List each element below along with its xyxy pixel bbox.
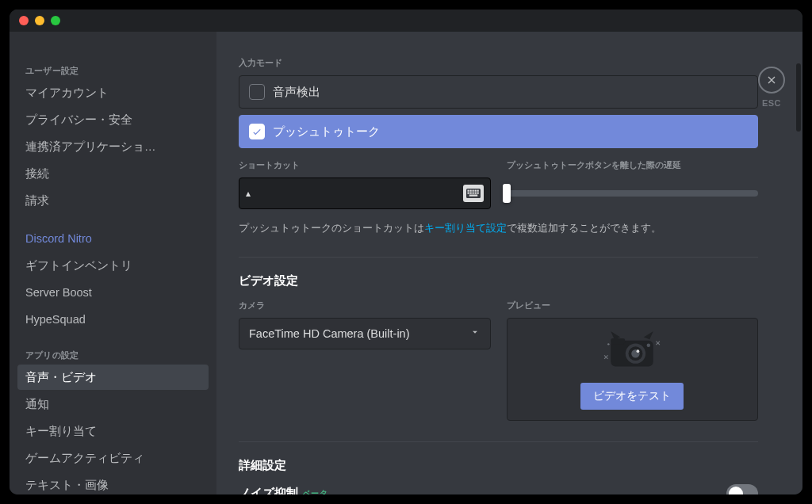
divider xyxy=(239,441,758,442)
svg-point-18 xyxy=(647,343,650,346)
keybind-settings-link[interactable]: キー割り当て設定 xyxy=(424,222,507,234)
radio-label: 音声検出 xyxy=(273,85,320,100)
test-video-button[interactable]: ビデオをテスト xyxy=(580,383,684,410)
beta-badge: ベータ xyxy=(303,488,327,495)
svg-rect-9 xyxy=(474,193,476,194)
close-button[interactable] xyxy=(758,67,785,94)
sidebar-item[interactable]: ギフトインベントリ xyxy=(17,253,209,278)
svg-rect-3 xyxy=(472,190,473,192)
scrollbar-thumb[interactable] xyxy=(796,63,801,132)
sidebar-item[interactable]: テキスト・画像 xyxy=(17,472,209,494)
sidebar-item[interactable]: HypeSquad xyxy=(17,307,209,332)
camera-selected-value: FaceTime HD Camera (Built-in) xyxy=(249,327,410,340)
slider-track xyxy=(507,190,759,197)
ptt-delay-heading: プッシュトゥトークボタンを離した際の遅延 xyxy=(507,159,759,171)
sidebar-item[interactable]: マイアカウント xyxy=(17,80,209,105)
window-zoom-dot[interactable] xyxy=(51,16,60,25)
toggle-knob xyxy=(729,487,743,495)
sidebar-item[interactable]: 請求 xyxy=(17,188,209,213)
esc-label: ESC xyxy=(758,98,785,108)
settings-sidebar: ユーザー設定マイアカウントプライバシー・安全連携済アプリケーショ…接続請求Dis… xyxy=(10,32,216,494)
camera-select[interactable]: FaceTime HD Camera (Built-in) xyxy=(239,318,491,349)
noise-suppression-row: ノイズ抑制 ベータ xyxy=(239,484,758,495)
svg-rect-6 xyxy=(467,193,469,194)
svg-rect-2 xyxy=(469,190,471,192)
window-close-dot[interactable] xyxy=(19,16,29,25)
sidebar-item[interactable]: ゲームアクティビティ xyxy=(17,445,209,471)
svg-rect-11 xyxy=(469,195,477,197)
sidebar-item[interactable]: 通知 xyxy=(17,391,209,417)
ptt-delay-slider[interactable] xyxy=(507,178,759,209)
sidebar-item[interactable]: 連携済アプリケーショ… xyxy=(17,134,209,159)
shortcut-recorder[interactable]: ▴ xyxy=(239,178,491,209)
svg-rect-5 xyxy=(477,190,478,192)
svg-rect-8 xyxy=(472,193,473,194)
close-icon xyxy=(765,74,778,86)
close-settings: ESC xyxy=(758,67,785,108)
input-mode-heading: 入力モード xyxy=(239,57,758,69)
app-window: ユーザー設定マイアカウントプライバシー・安全連携済アプリケーショ…接続請求Dis… xyxy=(10,10,802,494)
camera-illustration-icon xyxy=(600,329,664,370)
sidebar-heading: アプリの設定 xyxy=(17,345,209,365)
input-mode-voice-activity[interactable]: 音声検出 xyxy=(239,75,758,109)
noise-suppression-toggle[interactable] xyxy=(726,484,758,495)
radio-label: プッシュトゥトーク xyxy=(273,124,380,139)
sidebar-item[interactable]: キー割り当て xyxy=(17,418,209,444)
sidebar-item[interactable]: 接続 xyxy=(17,161,209,186)
chevron-up-icon: ▴ xyxy=(246,188,251,199)
input-mode-push-to-talk[interactable]: プッシュトゥトーク xyxy=(239,115,758,148)
content-scroll[interactable]: 入力モード 音声検出 プッシュトゥトーク ショートカット xyxy=(239,32,758,494)
noise-suppression-label: ノイズ抑制 ベータ xyxy=(239,486,327,494)
slider-thumb[interactable] xyxy=(503,184,511,203)
svg-rect-10 xyxy=(477,193,478,194)
shortcut-heading: ショートカット xyxy=(239,159,491,171)
divider xyxy=(239,257,758,258)
sidebar-heading: ユーザー設定 xyxy=(17,60,209,80)
sidebar-item[interactable]: Discord Nitro xyxy=(17,226,209,251)
video-preview-box: ビデオをテスト xyxy=(507,318,759,421)
svg-rect-13 xyxy=(611,338,626,343)
sidebar-item[interactable]: Server Boost xyxy=(17,280,209,305)
window-minimize-dot[interactable] xyxy=(35,16,44,25)
sidebar-item[interactable]: 音声・ビデオ xyxy=(17,365,209,390)
chevron-down-icon xyxy=(469,326,481,340)
svg-rect-1 xyxy=(467,190,469,192)
svg-rect-7 xyxy=(469,193,471,194)
svg-rect-4 xyxy=(474,190,476,192)
checkbox-icon xyxy=(249,124,265,139)
advanced-settings-title: 詳細設定 xyxy=(239,458,758,473)
app-body: ユーザー設定マイアカウントプライバシー・安全連携済アプリケーショ…接続請求Dis… xyxy=(10,32,802,494)
settings-content: 入力モード 音声検出 プッシュトゥトーク ショートカット xyxy=(216,32,802,494)
keyboard-icon xyxy=(463,185,484,202)
checkbox-icon xyxy=(249,84,265,100)
camera-heading: カメラ xyxy=(239,300,491,311)
shortcut-hint: プッシュトゥトークのショートカットはキー割り当て設定で複数追加することができます… xyxy=(239,220,758,236)
preview-heading: プレビュー xyxy=(507,300,759,311)
svg-point-17 xyxy=(637,349,640,353)
sidebar-item[interactable]: プライバシー・安全 xyxy=(17,107,209,132)
video-settings-title: ビデオ設定 xyxy=(239,273,758,288)
window-titlebar xyxy=(10,10,802,32)
svg-point-19 xyxy=(607,343,609,345)
